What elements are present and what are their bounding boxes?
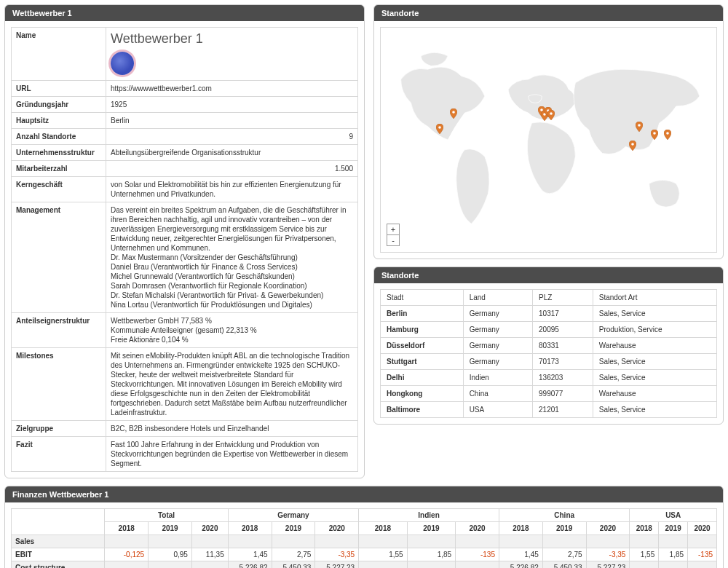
table-row[interactable]: StuttgartGermany70173Sales, Service xyxy=(381,354,717,370)
map-pin-icon[interactable] xyxy=(636,122,643,132)
finance-year-header: 2020 xyxy=(586,522,630,535)
competitor-logo-icon xyxy=(111,52,134,75)
finance-year-header: 2020 xyxy=(315,522,359,535)
svg-point-8 xyxy=(653,132,656,135)
mgmt-person: Michel Grunnewald (Verantwortlich für Ge… xyxy=(111,272,353,281)
locations-col-header[interactable]: Land xyxy=(463,290,532,306)
finance-cell: 1,55 xyxy=(359,548,407,561)
locations-header: Standorte xyxy=(374,267,723,283)
finance-row-label: Cost structure xyxy=(12,561,105,568)
table-cell: Germany xyxy=(463,322,532,338)
mgmt-intro: Das vereint ein breites Spektrum an Aufg… xyxy=(111,205,353,253)
finance-cell: 5.226,82 xyxy=(499,561,542,568)
info-value-summary: Fast 100 Jahre Erfahrung in der Entwickl… xyxy=(106,437,358,472)
map-pin-icon[interactable] xyxy=(450,109,457,119)
finance-cell xyxy=(499,535,542,548)
info-value-url[interactable]: https://wwwwettbewerber1.com xyxy=(106,81,358,97)
finance-group-header: USA xyxy=(630,509,717,522)
finance-year-header: 2020 xyxy=(191,522,228,535)
table-cell: 999077 xyxy=(533,386,593,402)
info-label-mgmt: Management xyxy=(12,202,106,313)
info-label-shareholders: Anteilseignerstruktur xyxy=(12,313,106,348)
finance-cell: -135 xyxy=(688,548,717,561)
table-row[interactable]: HamburgGermany20095Produktion, Service xyxy=(381,322,717,338)
table-row[interactable]: DüsseldorfGermany80331Warehause xyxy=(381,338,717,354)
finance-cell: 1,45 xyxy=(499,548,542,561)
info-value-hq: Berlin xyxy=(106,113,358,129)
shareholder-line: Freie Aktionäre 0,104 % xyxy=(111,335,353,344)
table-cell: 70173 xyxy=(533,354,593,370)
finance-cell xyxy=(359,535,407,548)
info-value-shareholders: Wettbewerber GmbH 77,583 %Kommunale Ante… xyxy=(106,313,358,348)
competitor-info-table: Name Wettbewerber 1 URL https://wwwwettb… xyxy=(11,27,358,472)
competitor-panel: Wettbewerber 1 Name Wettbewerber 1 URL h… xyxy=(4,4,365,478)
competitor-header: Wettbewerber 1 xyxy=(5,5,364,21)
finance-year-header: 2020 xyxy=(456,522,499,535)
map-pin-icon[interactable] xyxy=(651,130,658,140)
finance-row-label: EBIT xyxy=(12,548,105,561)
info-value-employees: 1.500 xyxy=(106,161,358,177)
info-value-core: von Solar und Elektromobilität bis hin z… xyxy=(106,177,358,202)
finance-year-header: 2018 xyxy=(499,522,542,535)
finance-cell: 5.450,33 xyxy=(542,561,586,568)
finance-cell xyxy=(542,535,586,548)
map-pin-icon[interactable] xyxy=(629,141,636,151)
info-label-core: Kerngeschäft xyxy=(12,177,106,202)
table-cell: Germany xyxy=(463,338,532,354)
finance-cell xyxy=(228,535,272,548)
locations-col-header[interactable]: Stadt xyxy=(381,290,464,306)
table-row[interactable]: BaltimoreUSA21201Sales, Service xyxy=(381,402,717,418)
locations-table: StadtLandPLZStandort Art BerlinGermany10… xyxy=(380,289,717,418)
locations-col-header[interactable]: PLZ xyxy=(533,290,593,306)
mgmt-person: Dr. Stefan Michalski (Verantwortlich für… xyxy=(111,291,353,300)
shareholder-line: Kommunale Anteilseigner (gesamt) 22,313 … xyxy=(111,326,353,335)
finance-cell xyxy=(105,535,149,548)
table-cell: Warehause xyxy=(593,338,716,354)
finance-cell: 1,55 xyxy=(630,548,659,561)
mgmt-person: Dr. Max Mustermann (Vorsitzender der Ges… xyxy=(111,253,353,262)
svg-point-6 xyxy=(631,143,634,146)
world-map[interactable]: + - xyxy=(380,27,717,253)
table-row[interactable]: BerlinGermany10317Sales, Service xyxy=(381,306,717,322)
zoom-out-button[interactable]: - xyxy=(387,235,399,245)
finance-year-header: 2019 xyxy=(149,522,192,535)
zoom-in-button[interactable]: + xyxy=(387,224,399,235)
finance-cell: - xyxy=(407,561,455,568)
info-value-milestones: Mit seinen eMobility-Produkten knüpft AB… xyxy=(106,348,358,421)
map-pin-icon[interactable] xyxy=(436,124,443,134)
table-cell: USA xyxy=(463,402,532,418)
finance-cell: 11,35 xyxy=(191,548,228,561)
info-value-founded: 1925 xyxy=(106,97,358,113)
table-row[interactable]: HongkongChina999077Warehause xyxy=(381,386,717,402)
map-pin-icon[interactable] xyxy=(664,130,671,140)
finance-year-header: 2019 xyxy=(272,522,315,535)
finance-cell xyxy=(456,535,499,548)
info-value-name: Wettbewerber 1 xyxy=(106,28,358,81)
svg-point-9 xyxy=(666,132,669,135)
shareholder-line: Wettbewerber GmbH 77,583 % xyxy=(111,316,353,326)
finance-group-header: China xyxy=(499,509,629,522)
finance-row: Sales xyxy=(12,535,717,548)
finance-cell: - xyxy=(105,561,149,568)
finance-cell: 1,85 xyxy=(659,548,688,561)
mgmt-person: Daniel Brau (Verantwortlich für Finance … xyxy=(111,262,353,272)
info-label-employees: Mitarbeiterzahl xyxy=(12,161,106,177)
table-cell: Sales, Service xyxy=(593,306,716,322)
map-zoom-control: + - xyxy=(387,224,400,246)
finance-cell: -3,35 xyxy=(586,548,630,561)
locations-panel: Standorte StadtLandPLZStandort Art Berli… xyxy=(373,267,724,425)
table-cell: Germany xyxy=(463,306,532,322)
table-cell: Warehause xyxy=(593,386,716,402)
table-cell: Sales, Service xyxy=(593,370,716,386)
table-row[interactable]: DelhiIndien136203Sales, Service xyxy=(381,370,717,386)
table-cell: 136203 xyxy=(533,370,593,386)
finance-cell xyxy=(688,535,717,548)
info-label-target: Zielgruppe xyxy=(12,421,106,437)
locations-col-header[interactable]: Standort Art xyxy=(593,290,716,306)
finance-cell: 2,75 xyxy=(542,548,586,561)
table-cell: Berlin xyxy=(381,306,464,322)
table-cell: Baltimore xyxy=(381,402,464,418)
finance-panel: Finanzen Wettbewerber 1 TotalGermanyIndi… xyxy=(4,486,724,568)
map-pin-icon[interactable] xyxy=(547,110,555,120)
finance-cell xyxy=(586,535,630,548)
